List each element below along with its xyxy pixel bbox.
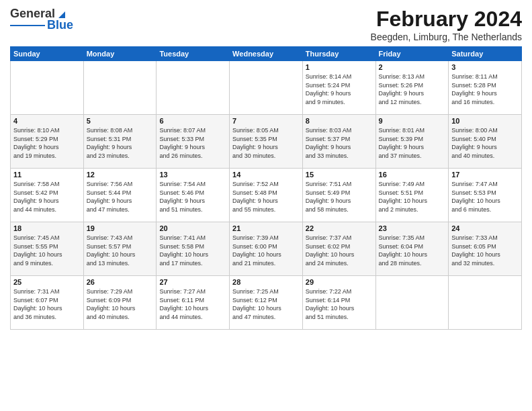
day-cell [11, 61, 84, 115]
day-number: 13 [159, 171, 226, 179]
day-cell: 23Sunrise: 7:35 AMSunset: 6:04 PMDayligh… [375, 222, 449, 276]
day-info: Sunrise: 7:31 AMSunset: 6:07 PMDaylight:… [13, 287, 81, 321]
logo-icon [56, 9, 65, 18]
day-info: Sunrise: 7:54 AMSunset: 5:46 PMDaylight:… [159, 180, 226, 214]
day-cell: 25Sunrise: 7:31 AMSunset: 6:07 PMDayligh… [11, 276, 84, 330]
day-info: Sunrise: 7:41 AMSunset: 5:58 PMDaylight:… [159, 234, 226, 267]
day-number: 7 [232, 117, 300, 125]
day-info: Sunrise: 8:00 AMSunset: 5:40 PMDaylight:… [451, 126, 519, 160]
day-number: 16 [379, 171, 446, 179]
day-cell: 21Sunrise: 7:39 AMSunset: 6:00 PMDayligh… [230, 222, 303, 276]
week-row-3: 11Sunrise: 7:58 AMSunset: 5:42 PMDayligh… [11, 169, 522, 222]
day-number: 25 [13, 278, 81, 286]
day-number: 24 [451, 224, 519, 232]
day-cell: 19Sunrise: 7:43 AMSunset: 5:57 PMDayligh… [83, 222, 157, 276]
day-info: Sunrise: 7:37 AMSunset: 6:02 PMDaylight:… [306, 234, 373, 267]
day-info: Sunrise: 7:43 AMSunset: 5:57 PMDaylight:… [87, 234, 154, 267]
day-info: Sunrise: 7:35 AMSunset: 6:04 PMDaylight:… [379, 234, 446, 267]
header-monday: Monday [83, 47, 157, 61]
day-info: Sunrise: 8:05 AMSunset: 5:35 PMDaylight:… [232, 126, 300, 160]
day-cell: 13Sunrise: 7:54 AMSunset: 5:46 PMDayligh… [157, 169, 230, 222]
day-number: 11 [13, 171, 81, 179]
day-info: Sunrise: 7:25 AMSunset: 6:12 PMDaylight:… [232, 287, 300, 321]
day-cell: 26Sunrise: 7:29 AMSunset: 6:09 PMDayligh… [83, 276, 157, 330]
day-number: 23 [379, 224, 446, 232]
day-cell [375, 276, 449, 330]
week-row-5: 25Sunrise: 7:31 AMSunset: 6:07 PMDayligh… [11, 276, 522, 330]
header-saturday: Saturday [449, 47, 522, 61]
day-number: 8 [306, 117, 373, 125]
day-cell: 12Sunrise: 7:56 AMSunset: 5:44 PMDayligh… [83, 169, 157, 222]
week-row-2: 4Sunrise: 8:10 AMSunset: 5:29 PMDaylight… [11, 115, 522, 169]
day-info: Sunrise: 8:01 AMSunset: 5:39 PMDaylight:… [379, 126, 446, 160]
day-number: 2 [379, 63, 446, 71]
day-info: Sunrise: 7:22 AMSunset: 6:14 PMDaylight:… [306, 287, 373, 321]
day-cell: 9Sunrise: 8:01 AMSunset: 5:39 PMDaylight… [375, 115, 449, 169]
location: Beegden, Limburg, The Netherlands [371, 32, 522, 42]
day-info: Sunrise: 8:08 AMSunset: 5:31 PMDaylight:… [87, 126, 154, 160]
week-row-1: 1Sunrise: 8:14 AMSunset: 5:24 PMDaylight… [11, 61, 522, 115]
day-info: Sunrise: 7:56 AMSunset: 5:44 PMDaylight:… [87, 180, 154, 214]
calendar-table: Sunday Monday Tuesday Wednesday Thursday… [10, 46, 522, 330]
page: General Blue February 2024 Beegden, Limb… [0, 0, 532, 411]
logo-blue: Blue [47, 18, 73, 32]
day-cell: 2Sunrise: 8:13 AMSunset: 5:26 PMDaylight… [375, 61, 449, 115]
day-info: Sunrise: 7:33 AMSunset: 6:05 PMDaylight:… [451, 234, 519, 267]
day-number: 4 [13, 117, 81, 125]
header: General Blue February 2024 Beegden, Limb… [10, 7, 522, 42]
header-wednesday: Wednesday [230, 47, 303, 61]
month-title: February 2024 [371, 7, 522, 32]
day-number: 14 [232, 171, 300, 179]
day-cell: 6Sunrise: 8:07 AMSunset: 5:33 PMDaylight… [157, 115, 230, 169]
day-number: 27 [159, 278, 226, 286]
day-cell: 24Sunrise: 7:33 AMSunset: 6:05 PMDayligh… [449, 222, 522, 276]
day-info: Sunrise: 7:27 AMSunset: 6:11 PMDaylight:… [159, 287, 226, 321]
day-info: Sunrise: 8:03 AMSunset: 5:37 PMDaylight:… [306, 126, 373, 160]
day-cell: 20Sunrise: 7:41 AMSunset: 5:58 PMDayligh… [157, 222, 230, 276]
day-number: 21 [232, 224, 300, 232]
day-info: Sunrise: 7:51 AMSunset: 5:49 PMDaylight:… [306, 180, 373, 214]
day-info: Sunrise: 7:49 AMSunset: 5:51 PMDaylight:… [379, 180, 446, 214]
day-number: 12 [87, 171, 154, 179]
header-sunday: Sunday [11, 47, 84, 61]
day-number: 15 [306, 171, 373, 179]
day-info: Sunrise: 8:13 AMSunset: 5:26 PMDaylight:… [379, 73, 446, 106]
day-info: Sunrise: 7:47 AMSunset: 5:53 PMDaylight:… [451, 180, 519, 214]
day-cell [157, 61, 230, 115]
day-cell: 28Sunrise: 7:25 AMSunset: 6:12 PMDayligh… [230, 276, 303, 330]
day-info: Sunrise: 7:52 AMSunset: 5:48 PMDaylight:… [232, 180, 300, 214]
day-cell: 14Sunrise: 7:52 AMSunset: 5:48 PMDayligh… [230, 169, 303, 222]
day-cell [83, 61, 157, 115]
day-number: 20 [159, 224, 226, 232]
day-info: Sunrise: 7:58 AMSunset: 5:42 PMDaylight:… [13, 180, 81, 214]
day-info: Sunrise: 8:07 AMSunset: 5:33 PMDaylight:… [159, 126, 226, 160]
day-number: 19 [87, 224, 154, 232]
logo: General Blue [10, 7, 73, 32]
day-cell [230, 61, 303, 115]
day-number: 22 [306, 224, 373, 232]
day-cell: 11Sunrise: 7:58 AMSunset: 5:42 PMDayligh… [11, 169, 84, 222]
day-number: 18 [13, 224, 81, 232]
day-number: 9 [379, 117, 446, 125]
day-cell: 1Sunrise: 8:14 AMSunset: 5:24 PMDaylight… [302, 61, 375, 115]
day-number: 1 [306, 63, 373, 71]
day-cell [449, 276, 522, 330]
day-cell: 4Sunrise: 8:10 AMSunset: 5:29 PMDaylight… [11, 115, 84, 169]
day-cell: 15Sunrise: 7:51 AMSunset: 5:49 PMDayligh… [302, 169, 375, 222]
day-cell: 3Sunrise: 8:11 AMSunset: 5:28 PMDaylight… [449, 61, 522, 115]
header-thursday: Thursday [302, 47, 375, 61]
day-number: 28 [232, 278, 300, 286]
day-info: Sunrise: 8:11 AMSunset: 5:28 PMDaylight:… [451, 73, 519, 106]
day-info: Sunrise: 7:39 AMSunset: 6:00 PMDaylight:… [232, 234, 300, 267]
day-cell: 7Sunrise: 8:05 AMSunset: 5:35 PMDaylight… [230, 115, 303, 169]
day-number: 6 [159, 117, 226, 125]
header-friday: Friday [375, 47, 449, 61]
day-number: 5 [87, 117, 154, 125]
day-cell: 17Sunrise: 7:47 AMSunset: 5:53 PMDayligh… [449, 169, 522, 222]
week-row-4: 18Sunrise: 7:45 AMSunset: 5:55 PMDayligh… [11, 222, 522, 276]
day-number: 3 [451, 63, 519, 71]
day-cell: 8Sunrise: 8:03 AMSunset: 5:37 PMDaylight… [302, 115, 375, 169]
day-number: 26 [87, 278, 154, 286]
day-number: 17 [451, 171, 519, 179]
day-cell: 16Sunrise: 7:49 AMSunset: 5:51 PMDayligh… [375, 169, 449, 222]
